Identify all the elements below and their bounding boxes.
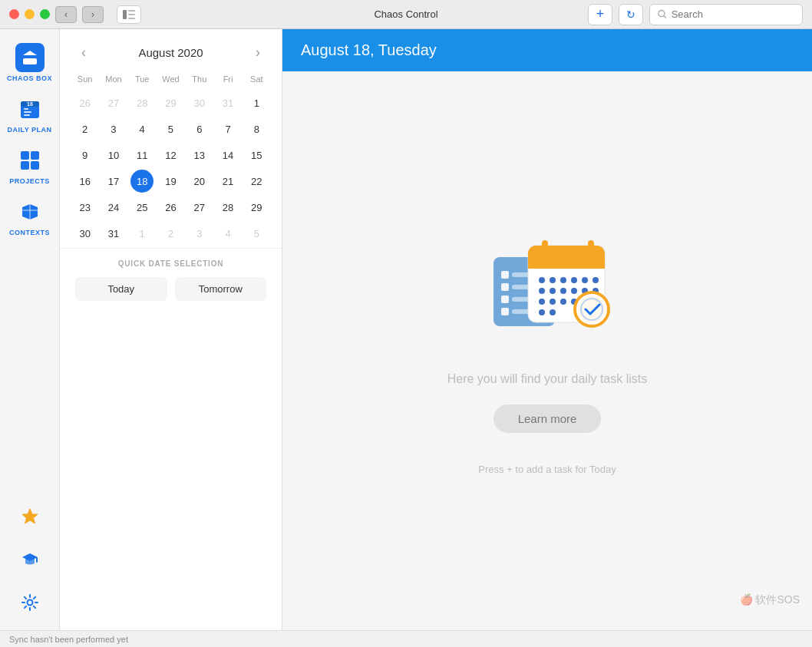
quick-date-title: QUICK DATE SELECTION [75,259,266,268]
calendar-cell-2-6[interactable]: 15 [245,144,268,167]
calendar-cell-1-0[interactable]: 2 [74,117,97,140]
calendar-cell-3-6[interactable]: 22 [245,170,268,193]
svg-rect-16 [31,151,39,160]
calendar-cell-1-5[interactable]: 7 [216,117,239,140]
svg-rect-11 [24,108,28,110]
maximize-button[interactable] [40,9,50,19]
calendar-cell-4-5[interactable]: 28 [216,196,239,219]
graduation-icon [21,550,39,569]
sidebar-item-settings[interactable] [18,587,42,618]
calendar-cell-5-2[interactable]: 1 [130,222,153,245]
calendar-cell-5-1[interactable]: 31 [102,222,125,245]
svg-point-45 [560,288,566,294]
svg-line-5 [664,16,666,18]
calendar-cell-3-2[interactable]: 18 [130,170,153,193]
svg-point-55 [539,309,545,315]
calendar-cell-3-1[interactable]: 17 [102,170,125,193]
calendar-cell-5-0[interactable]: 30 [74,222,97,245]
calendar-cell-1-3[interactable]: 5 [159,117,182,140]
calendar-cell-1-6[interactable]: 8 [245,117,268,140]
search-input[interactable] [672,8,794,20]
calendar-month-title: August 2020 [138,46,203,59]
day-label-tue: Tue [128,71,157,87]
calendar-cell-2-5[interactable]: 14 [216,144,239,167]
sidebar-item-projects-label: PROJECTS [9,177,50,185]
calendar-cell-5-6[interactable]: 5 [245,222,268,245]
calendar-week-3: 16171819202122 [71,170,271,193]
icon-sidebar: CHAOS BOX 18 DAILY PLAN [0,29,60,630]
calendar-cell-0-4[interactable]: 30 [188,91,211,114]
close-button[interactable] [9,9,19,19]
svg-point-43 [539,288,545,294]
svg-rect-25 [501,283,509,291]
calendar-cell-1-2[interactable]: 4 [130,117,153,140]
svg-point-44 [550,288,556,294]
calendar-cell-0-2[interactable]: 28 [130,91,153,114]
minimize-button[interactable] [25,9,35,19]
learn-more-button[interactable]: Learn more [493,404,602,433]
calendar-cell-0-1[interactable]: 27 [102,91,125,114]
calendar-next-button[interactable]: › [249,41,266,64]
calendar-cell-4-0[interactable]: 23 [74,196,97,219]
svg-rect-8 [28,55,32,58]
calendar-cell-3-5[interactable]: 21 [216,170,239,193]
calendar-week-5: 303112345 [71,222,271,245]
calendar-cell-2-2[interactable]: 11 [130,144,153,167]
today-button[interactable]: Today [75,277,167,301]
calendar-cell-0-3[interactable]: 29 [159,91,182,114]
empty-state-text: Here you will find your daily task lists [447,372,648,386]
calendar-cell-1-1[interactable]: 3 [102,117,125,140]
svg-rect-21 [36,557,38,563]
calendar-cell-3-4[interactable]: 20 [188,170,211,193]
watermark: 🍎 软件SOS [740,593,800,607]
calendar-cell-5-3[interactable]: 2 [159,222,182,245]
calendar-cell-3-3[interactable]: 19 [159,170,182,193]
calendar-cell-5-4[interactable]: 3 [188,222,211,245]
titlebar: ‹ › Chaos Control + ↻ [0,0,812,29]
refresh-button[interactable]: ↻ [619,4,643,25]
calendar-grid: Sun Mon Tue Wed Thu Fri Sat 262728293031… [60,71,282,248]
day-label-wed: Wed [157,71,185,87]
sidebar-item-daily-plan-label: DAILY PLAN [7,126,51,134]
calendar-cell-2-3[interactable]: 12 [159,144,182,167]
add-task-hint: Press + to add a task for Today [478,464,616,475]
sidebar-item-daily-plan[interactable]: 18 DAILY PLAN [0,88,59,140]
forward-button[interactable]: › [82,6,104,23]
calendar-cell-0-5[interactable]: 31 [216,91,239,114]
calendar-cell-2-1[interactable]: 10 [102,144,125,167]
contexts-icon [19,201,41,223]
sidebar-item-chaos-box[interactable]: CHAOS BOX [0,37,59,88]
status-text: Sync hasn't been performed yet [9,635,128,644]
status-bar: Sync hasn't been performed yet [0,630,812,647]
sidebar-item-learn[interactable] [18,544,42,575]
calendar-cell-2-4[interactable]: 13 [188,144,211,167]
calendar-cell-4-4[interactable]: 27 [188,196,211,219]
back-button[interactable]: ‹ [55,6,77,23]
calendar-cell-4-6[interactable]: 29 [245,196,268,219]
calendar-cell-0-0[interactable]: 26 [74,91,97,114]
sidebar-item-favorites[interactable] [18,501,42,532]
tomorrow-button[interactable]: Tomorrow [175,277,267,301]
calendar-cell-4-3[interactable]: 26 [159,196,182,219]
add-button[interactable]: + [588,4,612,25]
svg-rect-26 [501,295,509,303]
sidebar-item-projects[interactable]: PROJECTS [0,140,59,191]
svg-rect-36 [588,240,594,254]
calendar-cell-4-2[interactable]: 25 [130,196,153,219]
calendar-cell-5-5[interactable]: 4 [216,222,239,245]
calendar-week-2: 9101112131415 [71,144,271,167]
gear-icon [21,593,39,612]
sidebar-toggle-button[interactable] [117,5,141,24]
calendar-cell-0-6[interactable]: 1 [245,91,268,114]
svg-point-51 [560,299,566,305]
calendar-cell-2-0[interactable]: 9 [74,144,97,167]
calendar-cell-3-0[interactable]: 16 [74,170,97,193]
svg-point-58 [578,295,606,323]
calendar-prev-button[interactable]: ‹ [75,41,92,64]
calendar-cell-1-4[interactable]: 6 [188,117,211,140]
calendar-cell-4-1[interactable]: 24 [102,196,125,219]
sidebar-item-contexts-label: CONTEXTS [9,229,50,236]
day-label-fri: Fri [213,71,242,87]
svg-point-39 [560,277,566,283]
sidebar-item-contexts[interactable]: CONTEXTS [0,191,59,243]
